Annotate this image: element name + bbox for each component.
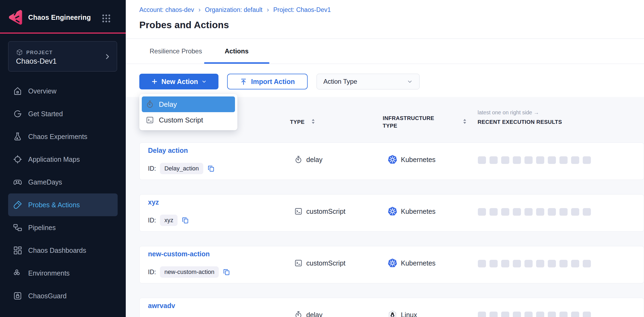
execution-result-placeholder	[559, 208, 568, 216]
upload-icon	[240, 78, 247, 85]
breadcrumb-separator: ›	[267, 6, 269, 14]
sidebar-item-environments[interactable]: Environments	[8, 262, 118, 284]
sidebar-item-pipelines[interactable]: Pipelines	[8, 216, 118, 239]
get-started-icon	[13, 109, 22, 118]
execution-result-placeholder	[524, 260, 533, 267]
app-switcher-grid-icon[interactable]	[101, 14, 111, 23]
linux-icon	[388, 310, 397, 317]
sidebar-item-probes-actions[interactable]: Probes & Actions	[8, 193, 118, 216]
sidebar-item-label: Pipelines	[28, 224, 56, 232]
sidebar-item-gamedays[interactable]: GameDays	[8, 171, 118, 193]
execution-result-placeholder	[536, 312, 544, 317]
tab-actions[interactable]: Actions	[225, 39, 249, 64]
sidebar-item-label: Overview	[28, 87, 56, 95]
sidebar-item-label: ChaosGuard	[28, 292, 67, 300]
sort-icon[interactable]	[311, 119, 315, 124]
import-action-button-label: Import Action	[251, 78, 295, 86]
execution-result-placeholder	[583, 208, 591, 216]
sidebar-item-chaos-experiments[interactable]: Chaos Experiments	[8, 125, 118, 148]
project-selector[interactable]: PROJECT Chaos-Dev1	[8, 41, 117, 72]
home-icon	[13, 86, 22, 96]
sidebar-item-label: Chaos Dashboards	[28, 247, 86, 254]
main-content: Account: chaos-dev›Organization: default…	[126, 0, 644, 317]
sidebar-item-get-started[interactable]: Get Started	[8, 102, 118, 125]
execution-result-placeholder	[548, 312, 556, 317]
new-action-dropdown-menu: Delay Custom Script	[139, 94, 237, 130]
type-value: customScript	[306, 208, 345, 215]
execution-result-placeholder	[490, 312, 498, 317]
execution-result-placeholder	[536, 260, 544, 267]
target-icon	[13, 155, 22, 164]
action-name-link[interactable]: xyz	[148, 198, 159, 206]
stopwatch-icon	[294, 156, 302, 164]
tab-resilience-probes[interactable]: Resilience Probes	[150, 39, 202, 64]
type-cell: delay	[294, 154, 323, 166]
copy-icon[interactable]	[182, 217, 189, 224]
infrastructure-value: Kubernetes	[401, 156, 436, 164]
sidebar-item-label: Environments	[28, 269, 70, 277]
type-value: delay	[306, 311, 323, 317]
action-name-link[interactable]: new-custom-action	[148, 250, 210, 258]
copy-icon[interactable]	[223, 269, 230, 276]
column-header-recent-execution-results: RECENT EXECUTION RESULTS	[478, 119, 562, 125]
action-id-value: Delay_action	[160, 163, 203, 174]
breadcrumb-link-0[interactable]: Account: chaos-dev	[139, 6, 194, 14]
chaos-engineering-logo-icon	[8, 9, 25, 26]
sidebar-item-label: Probes & Actions	[28, 201, 80, 209]
table-row: xyz ID: xyz customScript Kubernetes	[139, 194, 644, 232]
recent-execution-results	[478, 156, 591, 164]
execution-result-placeholder	[501, 208, 509, 216]
copy-icon[interactable]	[207, 165, 215, 172]
sidebar-item-overview[interactable]: Overview	[8, 80, 118, 102]
infrastructure-value: Kubernetes	[401, 208, 436, 215]
flask-icon	[13, 132, 22, 141]
type-cell: customScript	[294, 205, 345, 217]
chaosguard-icon	[13, 291, 22, 300]
sidebar-item-label: Chaos Experiments	[28, 133, 87, 141]
execution-result-placeholder	[536, 208, 544, 216]
kubernetes-icon	[388, 258, 397, 268]
column-header-infrastructure-line2: TYPE	[383, 122, 434, 130]
infrastructure-value: Kubernetes	[401, 259, 436, 267]
recent-results-note: latest one on right side →	[478, 109, 539, 116]
action-name-link[interactable]: Delay action	[148, 147, 188, 154]
action-type-select[interactable]: Action Type	[317, 74, 420, 89]
kubernetes-icon	[388, 207, 397, 216]
new-action-button[interactable]: New Action	[139, 74, 218, 89]
import-action-button[interactable]: Import Action	[227, 74, 308, 89]
sidebar-item-label: Get Started	[28, 110, 63, 118]
execution-result-placeholder	[524, 156, 533, 164]
action-id-value: xyz	[160, 215, 178, 226]
table-row: Delay action ID: Delay_action delay Kube…	[139, 143, 644, 180]
menu-item-label: Custom Script	[159, 116, 203, 124]
menu-item-delay[interactable]: Delay	[142, 96, 235, 112]
execution-result-placeholder	[490, 156, 498, 164]
execution-result-placeholder	[559, 260, 568, 267]
execution-result-placeholder	[583, 156, 591, 164]
recent-execution-results	[478, 260, 591, 267]
execution-result-placeholder	[513, 156, 521, 164]
action-name-link[interactable]: awrvadv	[148, 302, 175, 310]
chevron-down-icon	[407, 79, 413, 85]
recent-execution-results	[478, 312, 591, 317]
execution-result-placeholder	[501, 156, 509, 164]
action-id-row: ID: Delay_action	[148, 163, 215, 174]
sidebar-item-chaosguard[interactable]: ChaosGuard	[8, 284, 118, 307]
type-cell: customScript	[294, 257, 345, 269]
chevron-right-icon	[104, 53, 111, 60]
sidebar-item-application-maps[interactable]: Application Maps	[8, 148, 118, 171]
execution-result-placeholder	[513, 260, 521, 267]
execution-result-placeholder	[478, 156, 486, 164]
execution-result-placeholder	[583, 260, 591, 267]
breadcrumb-link-1[interactable]: Organization: default	[205, 6, 262, 14]
type-cell: delay	[294, 309, 323, 317]
action-id-row: ID: xyz	[148, 215, 189, 226]
header-divider	[126, 38, 644, 39]
sort-icon[interactable]	[463, 119, 467, 124]
kubernetes-icon	[388, 155, 397, 164]
sidebar-item-chaos-dashboards[interactable]: Chaos Dashboards	[8, 239, 118, 262]
chevron-down-icon	[201, 79, 207, 84]
menu-item-custom-script[interactable]: Custom Script	[142, 112, 235, 128]
execution-result-placeholder	[571, 208, 579, 216]
breadcrumb-link-2[interactable]: Project: Chaos-Dev1	[273, 6, 331, 14]
